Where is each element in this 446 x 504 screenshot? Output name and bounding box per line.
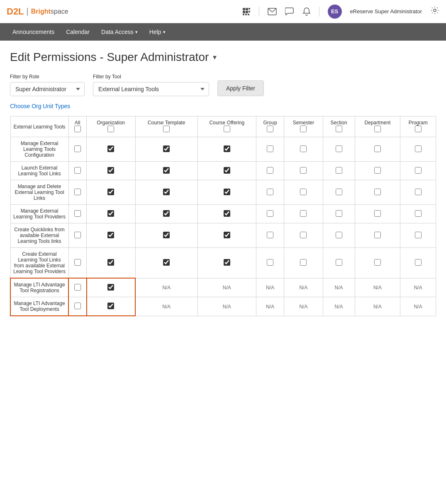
- permission-checkbox[interactable]: [300, 232, 307, 238]
- avatar-btn[interactable]: ES: [328, 5, 342, 19]
- permission-checkbox[interactable]: [224, 189, 230, 195]
- permission-checkbox[interactable]: [267, 259, 273, 266]
- checkbox-cell: [284, 137, 323, 162]
- checkbox-cell: [355, 248, 400, 279]
- nav-data-access[interactable]: Data Access ▾: [95, 23, 144, 41]
- title-chevron-icon[interactable]: ▾: [213, 53, 217, 62]
- permission-checkbox[interactable]: [74, 167, 81, 174]
- permission-checkbox[interactable]: [336, 145, 342, 152]
- nav-announcements[interactable]: Announcements: [7, 23, 60, 41]
- header-section-checkbox[interactable]: [336, 126, 342, 132]
- role-select[interactable]: Super Administrator: [10, 82, 85, 96]
- permission-checkbox[interactable]: [224, 145, 230, 152]
- permission-checkbox[interactable]: [374, 145, 381, 152]
- permission-checkbox[interactable]: [163, 232, 170, 238]
- permission-checkbox[interactable]: [163, 210, 170, 217]
- checkbox-cell: [87, 162, 136, 180]
- permission-checkbox[interactable]: [224, 167, 230, 174]
- permission-checkbox[interactable]: [107, 167, 114, 174]
- mail-icon-btn[interactable]: [268, 8, 277, 15]
- permission-checkbox[interactable]: [415, 259, 422, 266]
- permission-checkbox[interactable]: [374, 210, 381, 217]
- checkbox-cell: [87, 180, 136, 205]
- permission-checkbox[interactable]: [300, 189, 307, 195]
- permission-checkbox[interactable]: [336, 210, 342, 217]
- top-icons: ES eReserve Super Administrator: [242, 5, 439, 19]
- header-department-checkbox[interactable]: [374, 126, 381, 132]
- permission-checkbox[interactable]: [163, 145, 170, 152]
- tool-select[interactable]: External Learning Tools: [93, 82, 209, 96]
- permission-checkbox[interactable]: [74, 210, 81, 217]
- header-course-template-checkbox[interactable]: [163, 126, 170, 132]
- table-row: Create Quicklinks from available Externa…: [10, 223, 436, 248]
- chat-icon-btn[interactable]: [285, 7, 294, 16]
- permission-checkbox[interactable]: [300, 210, 307, 217]
- permission-checkbox[interactable]: [300, 167, 307, 174]
- permission-checkbox[interactable]: [107, 259, 114, 266]
- permission-checkbox[interactable]: [415, 167, 422, 174]
- permission-checkbox[interactable]: [107, 232, 114, 238]
- permission-checkbox[interactable]: [336, 167, 342, 174]
- permission-checkbox[interactable]: [74, 303, 81, 309]
- bell-icon-btn[interactable]: [302, 7, 311, 16]
- permission-checkbox[interactable]: [300, 259, 307, 266]
- permission-checkbox[interactable]: [415, 232, 422, 238]
- svg-rect-7: [245, 14, 247, 15]
- nav-help[interactable]: Help ▾: [144, 23, 171, 41]
- permission-checkbox[interactable]: [74, 232, 81, 238]
- permission-checkbox[interactable]: [415, 189, 422, 195]
- checkbox-cell: [135, 205, 197, 223]
- permission-checkbox[interactable]: [300, 145, 307, 152]
- permission-checkbox[interactable]: [107, 284, 114, 291]
- header-all-checkbox[interactable]: [74, 126, 81, 132]
- permission-checkbox[interactable]: [374, 232, 381, 238]
- permission-checkbox[interactable]: [267, 210, 273, 217]
- permission-checkbox[interactable]: [107, 303, 114, 309]
- permission-checkbox[interactable]: [374, 167, 381, 174]
- permission-checkbox[interactable]: [336, 189, 342, 195]
- checkbox-cell: [135, 180, 197, 205]
- permission-checkbox[interactable]: [267, 145, 273, 152]
- permission-checkbox[interactable]: [107, 189, 114, 195]
- choose-org-unit-types-link[interactable]: Choose Org Unit Types: [10, 103, 70, 109]
- permission-checkbox[interactable]: [74, 284, 81, 291]
- apply-filter-button[interactable]: Apply Filter: [217, 80, 264, 96]
- header-org-checkbox[interactable]: [107, 126, 114, 132]
- permission-checkbox[interactable]: [224, 259, 230, 266]
- permission-checkbox[interactable]: [374, 259, 381, 266]
- permission-checkbox[interactable]: [267, 167, 273, 174]
- permission-checkbox[interactable]: [415, 210, 422, 217]
- nav-calendar[interactable]: Calendar: [60, 23, 95, 41]
- na-text: N/A: [266, 304, 274, 310]
- permission-checkbox[interactable]: [415, 145, 422, 152]
- header-course-offering-checkbox[interactable]: [224, 126, 230, 132]
- permission-checkbox[interactable]: [163, 167, 170, 174]
- page-content: Edit Permissions - Super Administrator ▾…: [0, 41, 446, 326]
- permission-checkbox[interactable]: [163, 189, 170, 195]
- header-program-checkbox[interactable]: [415, 126, 422, 132]
- permission-checkbox[interactable]: [267, 232, 273, 238]
- permission-checkbox[interactable]: [163, 259, 170, 266]
- checkbox-cell: [323, 137, 355, 162]
- permission-checkbox[interactable]: [107, 145, 114, 152]
- apps-icon-btn[interactable]: [242, 7, 251, 16]
- permission-checkbox[interactable]: [374, 189, 381, 195]
- checkbox-cell: [400, 137, 436, 162]
- permission-checkbox[interactable]: [224, 232, 230, 238]
- settings-icon-btn[interactable]: [430, 6, 439, 17]
- svg-point-10: [434, 9, 436, 12]
- permission-checkbox[interactable]: [74, 145, 81, 152]
- permission-checkbox[interactable]: [107, 210, 114, 217]
- na-text: N/A: [266, 285, 274, 291]
- permission-checkbox[interactable]: [336, 259, 342, 266]
- permission-checkbox[interactable]: [74, 259, 81, 266]
- header-group-checkbox[interactable]: [267, 126, 273, 132]
- header-semester-checkbox[interactable]: [300, 126, 307, 132]
- checkbox-cell: [87, 223, 136, 248]
- permission-checkbox[interactable]: [224, 210, 230, 217]
- permission-checkbox[interactable]: [336, 232, 342, 238]
- permission-checkbox[interactable]: [267, 189, 273, 195]
- filter-by-tool-group: Filter by Tool External Learning Tools: [93, 74, 209, 96]
- table-row: Launch External Learning Tool Links: [10, 162, 436, 180]
- permission-checkbox[interactable]: [74, 189, 81, 195]
